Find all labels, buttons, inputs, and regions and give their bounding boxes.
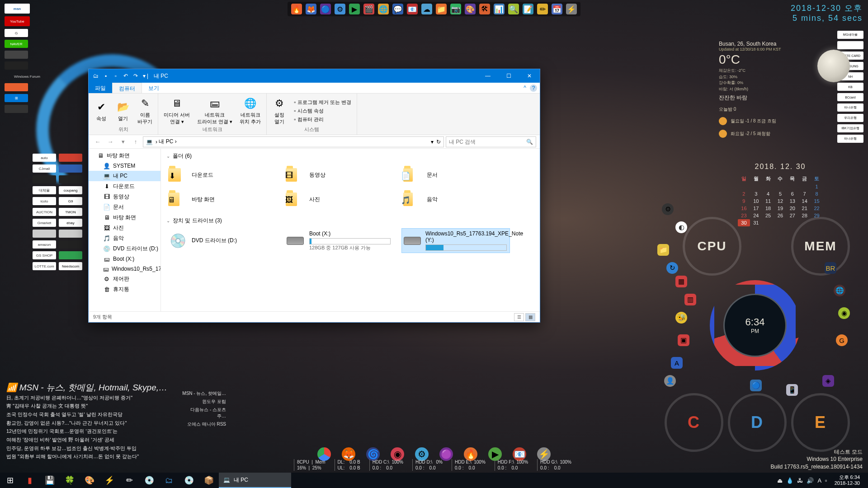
shortcut[interactable]: amazon: [33, 240, 56, 249]
tree-node[interactable]: 💿DVD 드라이브 (D:): [89, 244, 160, 254]
shortcut[interactable]: [5, 61, 28, 70]
shortcut[interactable]: [59, 230, 82, 238]
shortcut[interactable]: [5, 51, 28, 59]
shortcut[interactable]: [59, 240, 82, 249]
shortcut[interactable]: [59, 164, 82, 173]
dock-icon[interactable]: 📷: [450, 4, 461, 14]
taskbar-clock[interactable]: 오후 6:34 2018-12-30: [831, 474, 863, 486]
tray-icon[interactable]: ▫: [825, 477, 827, 484]
orbit-icon[interactable]: ◈: [822, 375, 834, 387]
folder-item[interactable]: ⬇다운로드: [166, 164, 275, 186]
rss-source[interactable]: 오에스 매니아 RSS: [181, 421, 226, 427]
taskbar-app[interactable]: 🎨: [80, 473, 99, 488]
folder-item[interactable]: 📄문서: [401, 164, 510, 186]
orbit-icon[interactable]: 📱: [786, 384, 798, 396]
drive-item[interactable]: Boot (X:)128GB 중 127GB 사용 가능: [284, 228, 392, 253]
orbit-icon[interactable]: 🌐: [834, 285, 845, 296]
computer-manage[interactable]: ▫컴퓨터 관리: [292, 116, 353, 123]
shortcut[interactable]: icoto: [33, 197, 56, 205]
tree-node[interactable]: 🖴Boot (X:): [89, 254, 160, 264]
folder-item[interactable]: 🎞동영상: [284, 164, 392, 186]
tab-computer[interactable]: 컴퓨터: [112, 83, 142, 93]
taskbar-app[interactable]: ✏: [119, 473, 139, 488]
qat-explorer-icon[interactable]: 🗂: [91, 71, 100, 80]
taskbar-app[interactable]: 🍀: [60, 473, 80, 488]
shortcut[interactable]: auto: [33, 154, 56, 162]
orbit-icon[interactable]: G: [836, 334, 848, 346]
dock-icon[interactable]: 📅: [552, 4, 562, 14]
orbit-icon[interactable]: ▥: [684, 294, 696, 305]
shortcut[interactable]: [33, 175, 56, 183]
shortcut[interactable]: 하나은행: [837, 135, 863, 143]
orbit-icon[interactable]: ↻: [666, 262, 678, 274]
shortcut-google[interactable]: G: [5, 29, 28, 37]
taskbar-active-explorer[interactable]: 💻 내 PC: [219, 473, 291, 488]
tree-node[interactable]: 💻내 PC: [89, 171, 160, 181]
tree-node[interactable]: 📄문서: [89, 202, 160, 212]
minimize-button[interactable]: —: [477, 69, 498, 83]
shortcut[interactable]: coupang: [59, 186, 82, 194]
add-netloc-button[interactable]: 🌐네트워크 위치 추가: [237, 95, 264, 126]
folders-section-header[interactable]: ⌄폴더 (6): [166, 152, 534, 160]
breadcrumb[interactable]: 💻 › 내 PC › ▾ ↻: [143, 136, 444, 147]
rss-item[interactable]: 日, 초계기 저공비행 은폐하더니…"영상이 저공비행 증거": [6, 394, 187, 402]
tree-node[interactable]: ⚙제어판: [89, 274, 160, 284]
rss-source[interactable]: 다음뉴스 - 스포츠 주…: [181, 407, 226, 419]
tree-node[interactable]: 🖥바탕 화면: [89, 212, 160, 223]
orbit-icon[interactable]: ▣: [678, 334, 689, 346]
maximize-button[interactable]: ☐: [498, 69, 519, 83]
uninstall-programs[interactable]: ▫프로그램 제거 또는 변경: [292, 99, 353, 106]
rss-item[interactable]: 법원 "외환부 피해 할머니에게 사기치려…돈 없이 못 갚는다": [6, 452, 187, 461]
qat-properties-icon[interactable]: ▪: [101, 71, 110, 80]
folder-item[interactable]: 🖼사진: [284, 188, 392, 211]
rss-item[interactable]: 靑 "김태우 사찰 공개는 文 대통령 뜻": [6, 402, 187, 410]
shortcut-naver[interactable]: NAVER: [5, 40, 28, 48]
start-button[interactable]: ⊞: [0, 473, 20, 488]
shortcut[interactable]: 우리은행: [837, 114, 863, 122]
rss-source[interactable]: MSN - 뉴스, 핫메일…: [181, 390, 226, 397]
shortcut[interactable]: LOTTE.com: [33, 262, 56, 270]
refresh-icon[interactable]: ↻: [436, 139, 441, 145]
tree-node[interactable]: 👤SYSTEM: [89, 161, 160, 171]
dock-icon[interactable]: 💬: [392, 4, 403, 14]
shortcut[interactable]: KB: [837, 83, 863, 91]
tree-node[interactable]: 🗑휴지통: [89, 284, 160, 295]
view-details-icon[interactable]: ☰: [514, 313, 524, 321]
map-drive-button[interactable]: 🖴네트워크 드라이브 연결 ▾: [194, 95, 235, 126]
orbit-icon[interactable]: BR: [825, 262, 836, 274]
shortcut[interactable]: [5, 116, 28, 124]
properties-button[interactable]: ✔속성: [91, 99, 111, 123]
folder-item[interactable]: 🎵음악: [401, 188, 510, 211]
dock-icon[interactable]: 🌐: [378, 4, 389, 14]
rss-item[interactable]: 12년만에 민정위기 국회로…운영위 '권건포인트'는: [6, 427, 187, 436]
dock-icon[interactable]: 🛠: [479, 4, 490, 14]
media-server-button[interactable]: 🖥미디어 서버 연결 ▾: [161, 95, 193, 126]
qat-undo-icon[interactable]: ↶: [121, 71, 130, 80]
orbit-icon[interactable]: 🔵: [750, 380, 762, 391]
taskbar-app[interactable]: 💿: [139, 473, 159, 488]
rss-item[interactable]: 황교안, 강영이 없은 시동?…"나라 근간 무너지고 있다": [6, 419, 187, 427]
breadcrumb-dropdown-icon[interactable]: ▾: [431, 139, 434, 145]
shortcut[interactable]: BCcard: [837, 93, 863, 101]
tray-ime-icon[interactable]: A: [817, 477, 821, 484]
qat-newfolder-icon[interactable]: ▫: [111, 71, 120, 80]
shortcut[interactable]: MG새마을: [837, 31, 863, 39]
shortcut-msn[interactable]: msn: [5, 4, 30, 14]
up-button[interactable]: ↑: [130, 136, 141, 147]
shortcut[interactable]: ⊞: [5, 94, 28, 102]
orbit-icon[interactable]: ⚙: [662, 203, 674, 215]
forward-button[interactable]: →: [105, 136, 116, 147]
ribbon-collapse-icon[interactable]: ^: [520, 83, 530, 93]
shortcut[interactable]: G9: [59, 197, 82, 205]
shortcut[interactable]: [33, 230, 56, 238]
shortcut[interactable]: [837, 41, 863, 49]
dock-icon[interactable]: 🔍: [508, 4, 519, 14]
orbit-icon[interactable]: ◉: [838, 307, 850, 319]
dock-icon[interactable]: 🦊: [306, 4, 316, 14]
help-icon[interactable]: ?: [530, 84, 537, 92]
dock-icon[interactable]: 🔵: [320, 4, 331, 14]
shortcut[interactable]: [59, 251, 82, 259]
settings-button[interactable]: ⚙설정 열기: [269, 95, 289, 126]
drive-item[interactable]: 💿DVD 드라이브 (D:): [166, 228, 275, 253]
shortcut[interactable]: AUCTION: [33, 208, 56, 216]
